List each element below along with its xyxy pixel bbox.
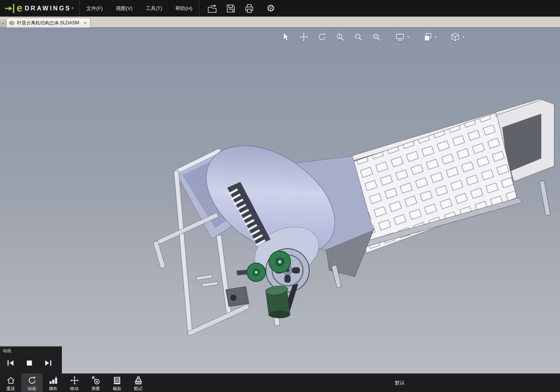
menu-tools[interactable]: 工具(T)	[139, 0, 169, 17]
menu-help[interactable]: 帮助(H)	[169, 0, 199, 17]
zoom-tool-button[interactable]	[334, 31, 346, 43]
stop-icon	[25, 359, 34, 367]
open-icon	[207, 3, 217, 14]
edrawings-logo: e DRAWINGS ®	[0, 3, 79, 14]
tool-reset-button[interactable]: 重设	[0, 373, 21, 392]
tool-section-button[interactable]: 截面	[106, 373, 128, 392]
rotate-tool-icon	[317, 32, 327, 42]
standard-views-group: ▾	[449, 31, 465, 43]
skip-to-start-icon	[6, 359, 15, 367]
standard-views-dropdown-caret[interactable]: ▾	[462, 35, 465, 39]
skip-to-end-icon	[44, 359, 53, 367]
standard-views-button[interactable]	[449, 31, 461, 43]
assembly-cube-icon	[9, 20, 15, 25]
open-button[interactable]	[204, 0, 220, 17]
document-tab[interactable]: 叶茎分离机结构总体.SLDASM ×	[6, 18, 90, 27]
skip-to-end-button[interactable]	[39, 356, 57, 370]
explode-steps-icon	[49, 376, 58, 385]
3d-viewport[interactable]: ▾ ▾ ▾	[0, 27, 560, 373]
skip-to-start-button[interactable]	[2, 356, 19, 370]
fullscreen-group: ▾	[394, 31, 410, 43]
tool-measure-button[interactable]: 测量	[85, 373, 106, 392]
tool-animation-button[interactable]: 动画	[21, 373, 43, 392]
zoom-tool-icon	[335, 32, 345, 42]
display-style-dropdown-caret[interactable]: ▾	[434, 35, 438, 39]
motor[interactable]	[265, 285, 290, 318]
print-button[interactable]	[241, 0, 257, 17]
display-style-icon	[423, 32, 432, 42]
new-tab-button[interactable]: +	[0, 21, 6, 26]
fullscreen-dropdown-caret[interactable]: ▾	[407, 35, 410, 39]
options-button[interactable]: ⚙	[263, 0, 279, 17]
quick-toolbar: ⚙	[204, 0, 279, 17]
display-style-group: ▾	[422, 31, 438, 43]
topbar-separator	[199, 0, 199, 17]
print-icon	[244, 3, 254, 14]
pan-tool-icon	[299, 32, 308, 42]
tab-title: 叶茎分离机结构总体.SLDASM	[17, 20, 79, 26]
standard-views-cube-icon	[451, 32, 460, 42]
move-icon	[70, 376, 79, 385]
options-gear-icon: ⚙	[266, 3, 275, 13]
brand-e: e	[17, 3, 22, 14]
fullscreen-monitor-icon	[395, 32, 405, 42]
zoom-area-tool-icon	[354, 32, 363, 42]
animation-panel-title: 动画	[0, 347, 61, 355]
cad-model-scene[interactable]	[0, 27, 560, 373]
select-tool-button[interactable]	[280, 31, 291, 43]
home-icon	[6, 376, 15, 385]
stamp-icon	[134, 376, 143, 385]
tool-move-button[interactable]: 移动	[64, 373, 85, 392]
zoom-fit-tool-icon	[372, 32, 381, 42]
tab-bar: + 叶茎分离机结构总体.SLDASM ×	[0, 17, 560, 27]
fullscreen-button[interactable]	[394, 31, 406, 43]
section-icon	[112, 376, 122, 385]
save-icon	[226, 3, 236, 14]
display-style-button[interactable]	[422, 31, 434, 43]
top-menu-bar: e DRAWINGS ® 文件(F) 视图(V) 工具(T) 帮助(H)	[0, 0, 560, 17]
view-toolbar: ▾ ▾ ▾	[280, 31, 465, 43]
save-button[interactable]	[223, 0, 239, 17]
brand-arrow-icon	[5, 3, 16, 14]
pan-tool-button[interactable]	[298, 31, 310, 43]
stop-button[interactable]	[20, 356, 38, 370]
animation-controls	[0, 355, 61, 370]
brand-registered-mark: ®	[71, 7, 74, 10]
menu-view[interactable]: 视图(V)	[109, 0, 139, 17]
rotate-tool-button[interactable]	[316, 31, 328, 43]
brand-name: DRAWINGS	[25, 5, 71, 12]
animation-panel: 动画	[0, 346, 62, 373]
tool-explode-button[interactable]: 爆炸	[43, 373, 64, 392]
bottom-toolbar: 重设 动画 爆炸	[0, 373, 560, 392]
edrawings-window: e DRAWINGS ® 文件(F) 视图(V) 工具(T) 帮助(H)	[0, 0, 560, 392]
configuration-label[interactable]: 默认	[395, 380, 405, 386]
menu-bar: 文件(F) 视图(V) 工具(T) 帮助(H)	[80, 0, 199, 17]
tab-close-button[interactable]: ×	[83, 20, 87, 25]
select-tool-icon	[281, 32, 290, 42]
tool-stamp-button[interactable]: 戳记	[128, 373, 149, 392]
zoom-area-tool-button[interactable]	[352, 31, 364, 43]
measure-caliper-icon	[91, 376, 100, 385]
menu-file[interactable]: 文件(F)	[80, 0, 109, 17]
zoom-fit-tool-button[interactable]	[371, 31, 382, 43]
animation-icon	[27, 376, 37, 385]
